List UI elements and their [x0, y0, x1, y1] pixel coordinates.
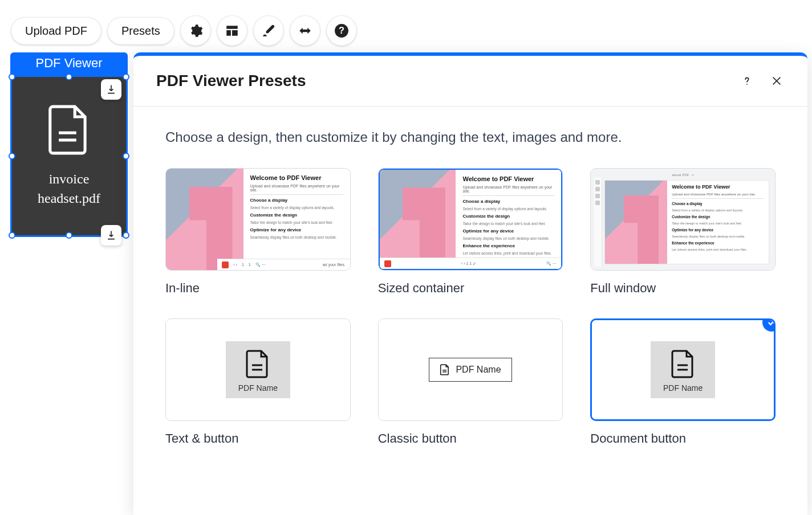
presets-panel: PDF Viewer Presets Choose a design, then…: [133, 52, 807, 515]
preset-thumbnail: PDF Name: [378, 318, 563, 421]
widget-type-label: PDF Viewer: [10, 52, 128, 75]
preset-label: Full window: [590, 281, 776, 296]
preset-label: Document button: [590, 431, 776, 446]
preset-option-full[interactable]: ebook PDF · × Welcome to PDF Viewer Uplo…: [590, 168, 776, 296]
upload-pdf-button[interactable]: Upload PDF: [11, 18, 101, 44]
resize-handle[interactable]: [123, 73, 129, 80]
preset-label: Classic button: [378, 431, 563, 446]
layout-icon[interactable]: [217, 16, 247, 46]
download-icon[interactable]: [101, 225, 121, 246]
help-icon[interactable]: ?: [327, 16, 356, 46]
stretch-icon[interactable]: [290, 16, 320, 46]
panel-title: PDF Viewer Presets: [156, 72, 725, 90]
preset-label: Text & button: [165, 431, 351, 446]
resize-handle[interactable]: [9, 153, 15, 160]
panel-subheading: Choose a design, then customize it by ch…: [165, 129, 776, 145]
preset-thumbnail: PDF Name: [590, 318, 776, 421]
preset-option-inline[interactable]: Welcome to PDF Viewer Upload and showcas…: [165, 168, 351, 296]
resize-handle[interactable]: [9, 73, 15, 80]
preset-option-classic[interactable]: PDF Name Classic button: [378, 318, 563, 446]
resize-handle[interactable]: [66, 232, 72, 239]
svg-point-4: [746, 84, 748, 85]
file-icon: [47, 104, 91, 156]
preset-option-docbtn[interactable]: PDF Name Document button: [590, 318, 776, 446]
resize-handle[interactable]: [123, 153, 129, 160]
resize-handle[interactable]: [66, 73, 72, 80]
resize-handle[interactable]: [123, 232, 129, 239]
resize-handle[interactable]: [9, 232, 15, 239]
preset-thumbnail: PDF Name: [165, 318, 351, 421]
preset-thumbnail: ebook PDF · × Welcome to PDF Viewer Uplo…: [590, 168, 776, 271]
settings-icon[interactable]: [181, 16, 210, 46]
preset-option-textbtn[interactable]: PDF Name Text & button: [165, 318, 351, 446]
download-icon[interactable]: [101, 79, 121, 100]
preset-label: Sized container: [378, 281, 563, 296]
pdf-viewer-widget[interactable]: PDF Viewer invoice headset.pdf: [10, 52, 128, 237]
panel-header: PDF Viewer Presets: [133, 56, 807, 107]
svg-text:?: ?: [339, 25, 344, 35]
close-icon[interactable]: [769, 73, 785, 89]
widget-filename: invoice headset.pdf: [38, 170, 100, 208]
preset-option-sized[interactable]: Welcome to PDF Viewer Upload and showcas…: [378, 168, 563, 296]
preset-label: In-line: [165, 281, 351, 296]
preset-thumbnail: Welcome to PDF Viewer Upload and showcas…: [378, 168, 563, 271]
preset-thumbnail: Welcome to PDF Viewer Upload and showcas…: [165, 168, 351, 271]
editor-toolbar: Upload PDF Presets ?: [11, 16, 356, 46]
widget-preview: invoice headset.pdf: [10, 75, 128, 237]
presets-button[interactable]: Presets: [108, 18, 174, 44]
brush-icon[interactable]: [254, 16, 283, 46]
panel-help-icon[interactable]: [739, 73, 755, 89]
presets-grid: Welcome to PDF Viewer Upload and showcas…: [165, 168, 776, 446]
